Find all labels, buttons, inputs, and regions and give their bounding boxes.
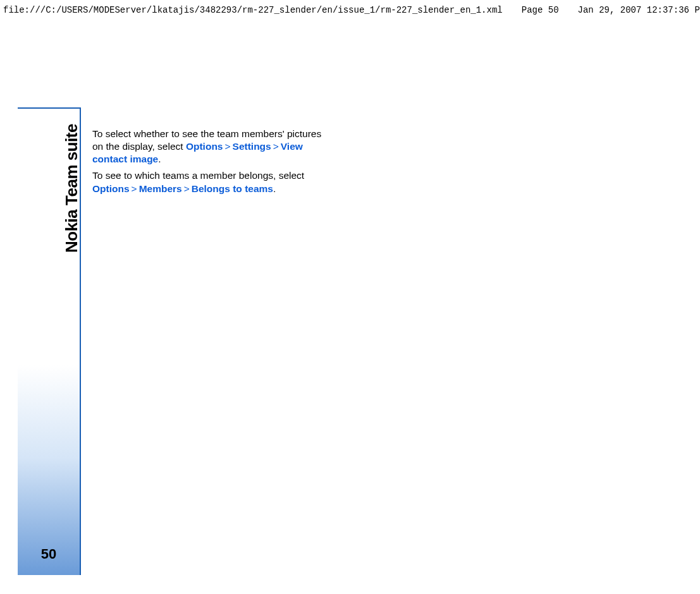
- timestamp: Jan 29, 2007 12:37:36 PM: [578, 5, 700, 15]
- para2-text: To see to which teams a member belongs, …: [92, 170, 304, 181]
- page-number: 50: [18, 546, 80, 562]
- separator-icon: >: [184, 183, 190, 194]
- file-path: file:///C:/USERS/MODEServer/lkatajis/348…: [3, 5, 503, 15]
- sidebar-title: Nokia Team suite: [62, 124, 82, 253]
- separator-icon: >: [132, 183, 137, 194]
- paragraph-2: To see to which teams a member belongs, …: [92, 169, 334, 195]
- page-label: Page 50: [522, 5, 559, 15]
- para2-end: .: [273, 183, 276, 194]
- sidebar: Nokia Team suite 50: [18, 107, 81, 575]
- para1-end: .: [158, 154, 161, 164]
- document-page: Nokia Team suite 50 To select whether to…: [18, 107, 334, 575]
- settings-link: Settings: [233, 141, 271, 152]
- options-link-2: Options: [92, 183, 130, 194]
- belongs-to-teams-link: Belongs to teams: [192, 183, 273, 194]
- sidebar-title-wrapper: Nokia Team suite: [18, 109, 80, 260]
- separator-icon: >: [273, 141, 279, 152]
- separator-icon: >: [224, 141, 230, 152]
- options-link: Options: [186, 141, 223, 152]
- members-link: Members: [139, 183, 182, 194]
- paragraph-1: To select whether to see the team member…: [92, 128, 334, 166]
- page-header: file:///C:/USERS/MODEServer/lkatajis/348…: [0, 0, 700, 20]
- content-area: To select whether to see the team member…: [81, 107, 334, 575]
